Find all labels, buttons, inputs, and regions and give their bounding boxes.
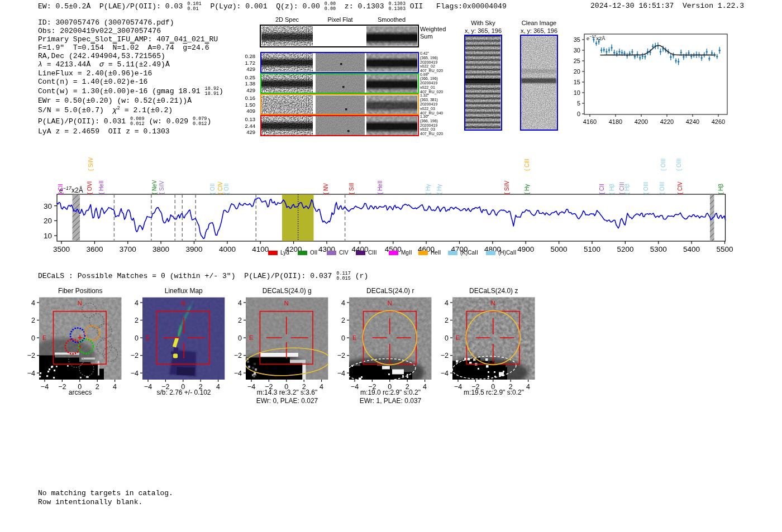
svg-text:0: 0 (577, 111, 580, 117)
svg-text:E: E (249, 334, 253, 341)
svg-text:10: 10 (574, 89, 580, 96)
svg-text:3900: 3900 (185, 245, 202, 253)
svg-text:0: 0 (31, 334, 35, 342)
svg-text:4200: 4200 (635, 118, 648, 125)
svg-text:−4: −4 (27, 370, 35, 377)
svg-text:3600: 3600 (86, 245, 103, 253)
svg-text:E: E (146, 334, 150, 341)
svg-text:−2: −2 (27, 352, 35, 360)
svg-text:2: 2 (445, 317, 449, 324)
svg-text:−2: −2 (337, 352, 345, 360)
svg-text:2: 2 (341, 317, 345, 324)
svg-text:4160: 4160 (583, 118, 597, 125)
svg-text:E: E (456, 334, 460, 341)
svg-text:−2: −2 (234, 352, 242, 360)
svg-text:4: 4 (341, 299, 345, 307)
svg-text:2: 2 (238, 317, 242, 324)
svg-text:4: 4 (238, 299, 242, 307)
svg-text:0: 0 (238, 334, 242, 342)
svg-text:30: 30 (574, 47, 580, 54)
svg-text:5500: 5500 (716, 245, 733, 253)
svg-text:0: 0 (341, 334, 345, 342)
svg-text:4900: 4900 (517, 245, 534, 253)
svg-text:3800: 3800 (152, 245, 169, 253)
svg-text:4: 4 (135, 299, 139, 307)
svg-text:5200: 5200 (617, 245, 633, 253)
svg-text:5000: 5000 (551, 245, 568, 253)
svg-text:4180: 4180 (609, 118, 622, 125)
svg-text:−4: −4 (131, 370, 139, 377)
svg-text:25: 25 (574, 57, 580, 64)
svg-text:−2: −2 (131, 352, 139, 360)
svg-text:N: N (181, 300, 185, 306)
svg-text:4100: 4100 (252, 245, 269, 253)
svg-text:5300: 5300 (650, 245, 667, 253)
svg-text:−2: −2 (441, 352, 449, 360)
svg-text:−4: −4 (234, 370, 242, 377)
svg-text:20: 20 (574, 68, 580, 75)
svg-text:4260: 4260 (712, 118, 725, 125)
svg-text:0: 0 (135, 334, 139, 342)
svg-text:35: 35 (574, 36, 580, 43)
svg-text:E: E (42, 334, 46, 341)
svg-text:4: 4 (31, 299, 35, 307)
svg-text:4240: 4240 (686, 118, 699, 125)
svg-text:15: 15 (574, 79, 580, 85)
svg-text:5: 5 (577, 100, 580, 107)
svg-text:20: 20 (44, 217, 52, 225)
svg-text:N: N (388, 300, 392, 306)
svg-text:−4: −4 (441, 370, 449, 377)
svg-text:2: 2 (31, 317, 35, 324)
svg-text:e−17x2Å: e−17x2Å (586, 35, 605, 41)
svg-text:3500: 3500 (53, 245, 70, 253)
svg-text:3700: 3700 (120, 245, 136, 253)
svg-text:−4: −4 (337, 370, 345, 377)
svg-text:5400: 5400 (683, 245, 700, 253)
svg-text:10: 10 (44, 232, 52, 240)
svg-text:4220: 4220 (660, 118, 674, 125)
svg-text:2: 2 (135, 317, 139, 324)
svg-text:4000: 4000 (219, 245, 236, 253)
svg-text:E: E (352, 334, 356, 341)
svg-text:N: N (491, 300, 495, 306)
svg-text:30: 30 (44, 202, 52, 210)
svg-text:4: 4 (445, 299, 449, 307)
svg-text:5100: 5100 (584, 245, 600, 253)
svg-text:N: N (284, 300, 289, 306)
svg-text:N: N (78, 300, 82, 306)
svg-text:0: 0 (445, 334, 449, 342)
